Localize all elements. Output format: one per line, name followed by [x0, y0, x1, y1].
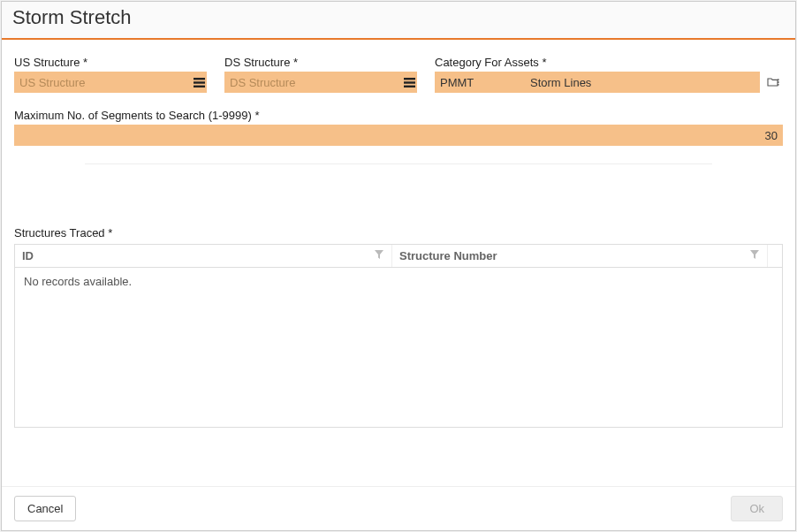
table-body[interactable]: No records available.	[15, 268, 782, 427]
storm-stretch-dialog: Storm Stretch US Structure *	[1, 1, 796, 531]
ok-button[interactable]: Ok	[731, 496, 783, 521]
category-label: Category For Assets *	[435, 56, 783, 69]
svg-rect-2	[194, 85, 205, 87]
us-structure-field: US Structure *	[14, 56, 207, 93]
dialog-body[interactable]: US Structure * DS Structure *	[2, 40, 795, 486]
category-name[interactable]: Storm Lines	[521, 72, 760, 93]
category-field: Category For Assets * PMMT Storm Lines	[435, 56, 783, 93]
table-header: ID Structure Number	[15, 245, 782, 268]
column-header-id[interactable]: ID	[15, 245, 392, 267]
category-code[interactable]: PMMT	[435, 72, 521, 93]
svg-rect-1	[194, 81, 205, 83]
us-structure-input-wrap	[14, 72, 207, 93]
us-structure-label: US Structure *	[14, 56, 207, 69]
column-header-structure-number[interactable]: Structure Number	[392, 245, 768, 267]
svg-rect-3	[404, 78, 415, 80]
max-segments-input[interactable]	[14, 125, 783, 146]
max-segments-field: Maximum No. of Segments to Search (1-999…	[14, 109, 783, 146]
ds-structure-input-wrap	[224, 72, 417, 93]
us-structure-input[interactable]	[14, 72, 191, 93]
column-header-spacer	[768, 245, 782, 267]
dialog-title: Storm Stretch	[12, 6, 785, 29]
max-segments-label: Maximum No. of Segments to Search (1-999…	[14, 109, 783, 122]
ds-structure-label: DS Structure *	[224, 56, 417, 69]
category-browse-icon[interactable]	[763, 72, 783, 93]
svg-point-6	[777, 79, 778, 80]
svg-rect-0	[194, 78, 205, 80]
svg-rect-5	[404, 85, 415, 87]
structures-traced-label: Structures Traced *	[14, 226, 783, 239]
dialog-header: Storm Stretch	[2, 2, 795, 40]
filter-icon[interactable]	[749, 249, 760, 262]
form-row-top: US Structure * DS Structure *	[14, 56, 783, 93]
ds-structure-menu-icon[interactable]	[401, 72, 417, 93]
column-header-id-text: ID	[22, 249, 34, 262]
category-input-wrap: PMMT Storm Lines	[435, 72, 783, 93]
divider	[85, 163, 712, 164]
svg-point-7	[777, 81, 778, 83]
table-empty-message: No records available.	[15, 268, 782, 295]
cancel-button[interactable]: Cancel	[14, 496, 76, 521]
column-header-structure-number-text: Structure Number	[399, 249, 497, 262]
ds-structure-input[interactable]	[224, 72, 401, 93]
ds-structure-field: DS Structure *	[224, 56, 417, 93]
dialog-footer: Cancel Ok	[2, 486, 795, 530]
svg-rect-4	[404, 81, 415, 83]
svg-point-8	[777, 84, 778, 86]
us-structure-menu-icon[interactable]	[191, 72, 207, 93]
filter-icon[interactable]	[374, 249, 384, 262]
structures-table: ID Structure Number No records available…	[14, 244, 783, 428]
